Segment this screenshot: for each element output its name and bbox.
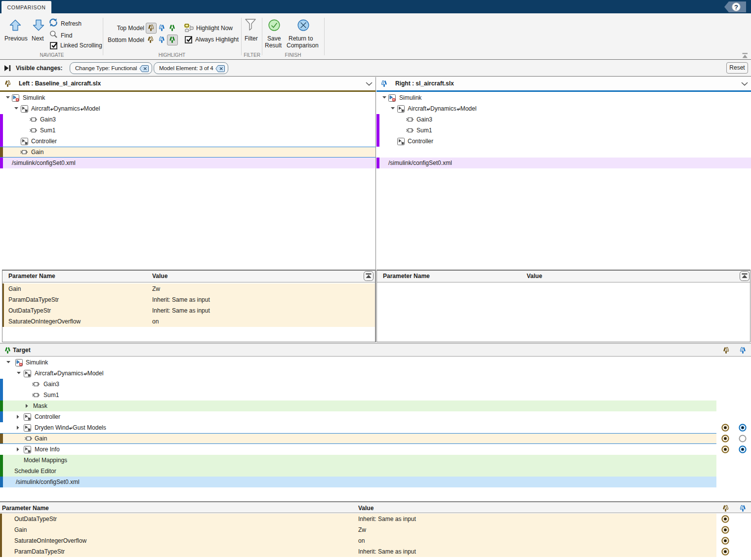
svg-text:?: ? xyxy=(734,3,738,11)
